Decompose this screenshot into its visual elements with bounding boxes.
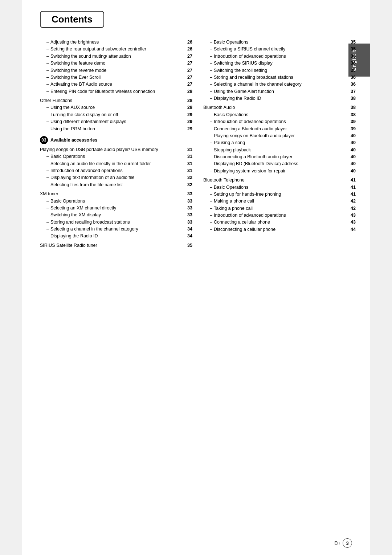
list-item: –Disconnecting a Bluetooth audio player4…: [203, 154, 356, 160]
list-item: –Basic Operations33: [40, 198, 192, 205]
list-item: –Setting up for hands-free phoning41: [203, 191, 356, 198]
list-item: –Displaying system version for repair40: [203, 168, 356, 175]
list-item: –Displaying the Radio ID34: [40, 233, 192, 240]
list-item: –Pausing a song40: [203, 139, 356, 146]
list-item: –Entering PIN code for Bluetooth wireles…: [40, 88, 192, 95]
list-item: –Making a phone call42: [203, 198, 356, 205]
top-level-item: Bluetooth Telephone41: [203, 177, 356, 184]
section-header: 03 Available accessories: [40, 136, 192, 144]
list-item: –Using different entertainment displays2…: [40, 118, 192, 125]
contents-title: Contents: [40, 11, 104, 28]
top-level-item: Other Functions28: [40, 97, 192, 104]
list-item: –Playing songs on Bluetooth audio player…: [203, 132, 356, 139]
list-item: –Switching the reverse mode27: [40, 67, 192, 74]
list-item: –Turning the clock display on or off29: [40, 111, 192, 118]
list-item: –Stopping playback40: [203, 147, 356, 154]
list-item: –Selecting a channel in the channel cate…: [203, 81, 356, 88]
list-item: –Storing and recalling broadcast station…: [40, 219, 192, 226]
footer-en-label: En: [334, 540, 340, 546]
list-item: –Connecting a cellular phone43: [203, 219, 356, 226]
list-item: –Switching the scroll setting36: [203, 67, 356, 74]
list-item: –Introduction of advanced operations31: [40, 167, 192, 174]
list-item: –Connecting a Bluetooth audio player39: [203, 126, 356, 132]
list-item: –Setting the rear output and subwoofer c…: [40, 46, 192, 53]
list-item: –Switching the sound muting/ attenuation…: [40, 53, 192, 60]
list-item: –Basic Operations31: [40, 153, 192, 160]
footer-page-number: 3: [343, 538, 352, 548]
list-item: –Switching the Ever Scroll27: [40, 74, 192, 81]
list-item: –Displaying the Radio ID38: [203, 95, 356, 102]
list-item: –Adjusting the brightness26: [40, 39, 192, 46]
list-item: –Using the PGM button29: [40, 126, 192, 132]
list-item: –Selecting a SIRIUS channel directly35: [203, 46, 356, 53]
list-item: –Selecting a channel in the channel cate…: [40, 226, 192, 233]
list-item: –Displaying text information of an audio…: [40, 174, 192, 181]
list-item: –Basic Operations41: [203, 184, 356, 191]
list-item: –Using the AUX source28: [40, 104, 192, 111]
left-column: –Adjusting the brightness26–Setting the …: [40, 39, 192, 249]
list-item: –Basic Operations38: [203, 111, 356, 118]
list-item: –Switching the feature demo27: [40, 60, 192, 67]
list-item: –Switching the XM display33: [40, 212, 192, 219]
list-item: –Selecting files from the file name list…: [40, 181, 192, 188]
list-item: –Selecting an audio file directly in the…: [40, 160, 192, 167]
top-level-item: Playing songs on USB portable audio play…: [40, 146, 192, 153]
top-level-item: XM tuner33: [40, 191, 192, 197]
list-item: –Activating the BT Audio source27: [40, 81, 192, 88]
list-item: –Displaying BD (Bluetooth Device) addres…: [203, 160, 356, 167]
top-level-item: SIRIUS Satellite Radio tuner35: [40, 242, 192, 249]
list-item: –Switching the SIRIUS display36: [203, 60, 356, 67]
list-item: –Using the Game Alert function37: [203, 88, 356, 95]
list-item: –Introduction of advanced operations43: [203, 212, 356, 219]
list-item: –Basic Operations35: [203, 39, 356, 46]
top-level-item: Bluetooth Audio38: [203, 104, 356, 111]
list-item: –Taking a phone call42: [203, 205, 356, 212]
list-item: –Introduction of advanced operations35: [203, 53, 356, 60]
list-item: –Disconnecting a cellular phone44: [203, 226, 356, 233]
right-column: –Basic Operations35–Selecting a SIRIUS c…: [203, 39, 356, 249]
list-item: –Introduction of advanced operations39: [203, 118, 356, 125]
list-item: –Storing and recalling broadcast station…: [203, 74, 356, 81]
list-item: –Selecting an XM channel directly33: [40, 205, 192, 212]
